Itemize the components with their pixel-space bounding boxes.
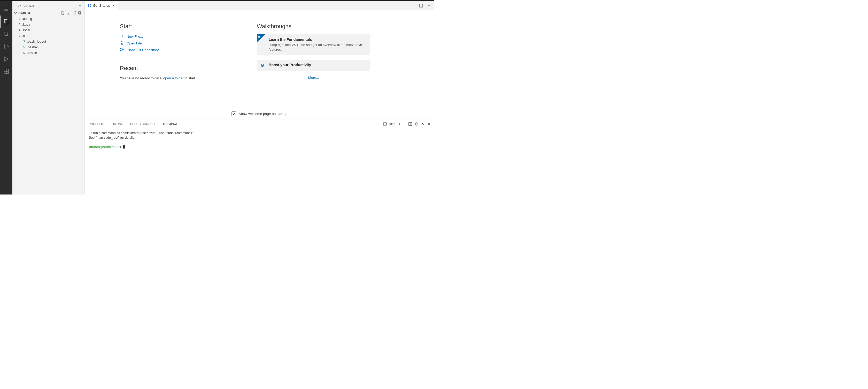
svg-rect-11 (4, 71, 6, 74)
close-icon[interactable]: ✕ (112, 4, 116, 7)
terminal-prompt-path: ~ (118, 145, 120, 149)
sidebar-title: EXPLORER (18, 4, 77, 7)
tree-item-label: .local (22, 28, 30, 32)
terminal-line: See "man sudo_root" for details. (89, 136, 135, 139)
panel-tab-problems[interactable]: PROBLEMS (89, 121, 105, 127)
new-terminal-icon[interactable] (397, 122, 401, 126)
editor-more-icon[interactable]: ⋯ (426, 3, 430, 8)
run-debug-icon[interactable] (0, 53, 12, 65)
svg-point-28 (120, 51, 121, 52)
chevron-right-icon (18, 28, 22, 32)
menu-icon[interactable] (0, 3, 12, 15)
svg-rect-22 (90, 6, 91, 7)
tree-item-file[interactable]: $.bash_logout (12, 38, 85, 44)
source-control-icon[interactable] (0, 40, 12, 53)
walkthrough-desc: Jump right into VS Code and get an overv… (269, 43, 367, 52)
walkthrough-title: Learn the Fundamentals (269, 37, 367, 41)
extensions-icon[interactable] (0, 65, 12, 77)
panel-tab-terminal[interactable]: TERMINAL (162, 121, 178, 127)
folder-root-label: UBUNTU (18, 11, 61, 14)
chevron-down-icon[interactable] (404, 123, 406, 125)
tree-item-file[interactable]: $.bashrc (12, 44, 85, 50)
tree-item-label: .bash_logout (26, 39, 46, 43)
mortarboard-icon (260, 63, 265, 67)
new-file-link[interactable]: New File... (120, 34, 241, 38)
open-folder-link[interactable]: open a folder (163, 76, 184, 80)
chevron-down-icon (13, 11, 18, 15)
tree-item-file[interactable]: $.profile (12, 50, 85, 56)
tree-item-folder[interactable]: .local (12, 27, 85, 33)
sidebar-header: EXPLORER ⋯ (12, 1, 85, 10)
new-folder-icon[interactable] (66, 11, 70, 15)
split-terminal-icon[interactable] (408, 122, 412, 126)
panel-tabs: PROBLEMS OUTPUT DEBUG CONSOLE TERMINAL b… (85, 120, 434, 128)
svg-rect-13 (6, 69, 8, 71)
terminal-body[interactable]: To run a command as administrator (user … (85, 128, 434, 195)
walkthrough-title: Boost your Productivity (269, 63, 367, 67)
walkthroughs-heading: Walkthroughs (257, 23, 370, 30)
tree-item-label: .ssh (22, 34, 28, 38)
recent-suffix: to start. (183, 76, 196, 80)
refresh-icon[interactable] (72, 11, 76, 15)
tab-label: Get Started (93, 4, 110, 7)
collapse-all-icon[interactable] (78, 11, 82, 15)
recent-heading: Recent (120, 65, 241, 71)
open-file-link[interactable]: Open File... (120, 41, 241, 45)
git-icon (120, 48, 124, 52)
shell-file-icon: $ (22, 39, 26, 43)
shell-name: bash (389, 122, 395, 126)
clone-repo-link[interactable]: Clone Git Repository... (120, 48, 241, 52)
close-panel-icon[interactable] (427, 122, 431, 126)
svg-point-27 (120, 48, 121, 49)
open-file-icon (120, 41, 124, 45)
link-label: Clone Git Repository... (127, 48, 161, 52)
panel-tab-debug[interactable]: DEBUG CONSOLE (130, 121, 156, 127)
new-file-icon[interactable] (61, 11, 65, 15)
tree-item-folder[interactable]: .ssh (12, 33, 85, 38)
walkthrough-fundamentals[interactable]: ★ Learn the Fundamentals Jump right into… (257, 34, 370, 55)
shell-file-icon: $ (22, 45, 26, 49)
svg-rect-19 (79, 12, 81, 14)
svg-line-4 (7, 35, 8, 36)
explorer-sidebar: EXPLORER ⋯ UBUNTU .config .kube .local .… (12, 1, 85, 195)
split-editor-icon[interactable] (419, 4, 423, 8)
trash-icon[interactable] (414, 122, 418, 126)
folder-root-header[interactable]: UBUNTU (12, 10, 85, 16)
tree-item-label: .profile (26, 51, 37, 55)
checkbox-checked[interactable] (231, 111, 236, 116)
tree-item-folder[interactable]: .kube (12, 22, 85, 27)
maximize-panel-icon[interactable] (421, 122, 425, 126)
tab-bar: Get Started ✕ ⋯ (85, 1, 434, 10)
shell-file-icon: $ (22, 51, 26, 55)
explorer-icon[interactable] (0, 15, 12, 28)
chevron-right-icon (18, 22, 22, 26)
tab-get-started[interactable]: Get Started ✕ (85, 1, 118, 10)
more-walkthroughs-link[interactable]: More... (257, 76, 370, 79)
svg-point-5 (4, 44, 5, 46)
start-heading: Start (120, 23, 241, 30)
show-welcome-checkbox-row: Show welcome page on startup (231, 111, 287, 116)
bottom-panel: PROBLEMS OUTPUT DEBUG CONSOLE TERMINAL b… (85, 120, 434, 195)
sidebar-more-icon[interactable]: ⋯ (77, 3, 82, 8)
tree-item-folder[interactable]: .config (12, 16, 85, 22)
link-label: New File... (127, 35, 143, 38)
svg-rect-10 (4, 69, 6, 71)
svg-rect-18 (79, 12, 81, 14)
recent-prefix: You have no recent folders, (120, 76, 163, 80)
link-label: Open File... (127, 41, 145, 45)
svg-rect-30 (383, 123, 386, 125)
tree-item-label: .config (22, 17, 32, 21)
walkthrough-productivity[interactable]: Boost your Productivity (257, 60, 370, 71)
terminal-prompt-userhost: ubuntu@student-0 (89, 145, 118, 149)
svg-point-6 (4, 47, 5, 49)
tree-item-label: .kube (22, 23, 30, 26)
search-icon[interactable] (0, 28, 12, 40)
editor-area: Get Started ✕ ⋯ Start New File... (85, 1, 434, 195)
svg-marker-8 (5, 57, 8, 61)
chevron-right-icon (18, 17, 22, 21)
svg-point-7 (7, 46, 8, 47)
svg-rect-12 (6, 71, 8, 74)
svg-rect-21 (90, 4, 91, 5)
panel-tab-output[interactable]: OUTPUT (112, 121, 124, 127)
terminal-shell-selector[interactable]: bash (383, 122, 395, 126)
